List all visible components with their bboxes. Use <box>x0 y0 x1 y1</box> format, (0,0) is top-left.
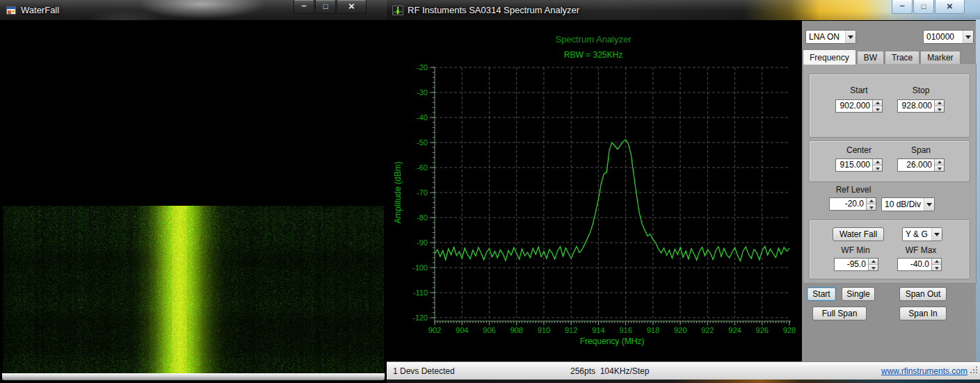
spin-up-button[interactable] <box>873 159 882 165</box>
wf-max-value: -40.0 <box>898 259 931 270</box>
svg-text:-30: -30 <box>417 88 428 97</box>
wf-max-field[interactable]: -40.0 <box>897 258 942 271</box>
scale-select[interactable]: 10 dB/Div <box>881 197 935 211</box>
center-frequency-field[interactable]: 915.000 <box>835 158 883 172</box>
ref-level-spinner <box>866 198 876 210</box>
status-bar-inner: 1 Devs Detected 256pts 104KHz/Step www.r… <box>387 361 980 380</box>
svg-text:912: 912 <box>565 326 577 334</box>
resize-grip[interactable] <box>970 366 978 374</box>
spin-up-button[interactable] <box>935 100 944 106</box>
full-span-button[interactable]: Full Span <box>812 307 867 320</box>
single-sweep-button[interactable]: Single <box>842 287 875 301</box>
tab-marker[interactable]: Marker <box>920 51 960 64</box>
control-panel: LNA ON 010000 Frequency BW Trace Marker … <box>800 21 980 361</box>
waterfall-window-icon <box>6 5 17 16</box>
tab-bw[interactable]: BW <box>857 51 884 64</box>
ref-level-field[interactable]: -20.0 <box>829 197 876 211</box>
close-icon: × <box>348 1 355 11</box>
close-button[interactable]: × <box>935 0 965 14</box>
spin-down-button[interactable] <box>935 106 944 112</box>
stop-label: Stop <box>897 85 945 95</box>
spin-down-button[interactable] <box>873 106 882 112</box>
chart-axes: 9029049069089109129149169189209229249269… <box>412 63 796 334</box>
start-frequency-value: 902.000 <box>836 100 872 112</box>
spin-down-button[interactable] <box>867 204 876 210</box>
wf-min-value: -95.0 <box>835 259 868 270</box>
spin-down-button[interactable] <box>873 165 882 171</box>
spin-up-button[interactable] <box>932 259 941 265</box>
chart-subtitle-rbw: RBW = 325KHz <box>564 50 622 60</box>
frequency-tab-page: Start Stop 902.000 928.000 Center Span <box>803 63 977 284</box>
waterfall-titlebar[interactable]: WaterFall – □ × <box>0 0 387 21</box>
spin-up-button[interactable] <box>867 198 876 204</box>
minimize-button[interactable]: – <box>294 0 314 14</box>
y-axis-label: Amplitude (dBm) <box>393 161 403 223</box>
stop-frequency-value: 928.000 <box>898 100 934 112</box>
spectrum-chart: 9029049069089109129149169189209229249269… <box>387 21 800 361</box>
maximize-button[interactable]: □ <box>913 0 934 14</box>
svg-text:-40: -40 <box>417 113 428 122</box>
minimize-icon: – <box>301 1 306 10</box>
svg-text:910: 910 <box>538 326 550 334</box>
chevron-down-icon[interactable] <box>924 198 934 211</box>
svg-text:922: 922 <box>701 326 714 334</box>
analyzer-window-icon <box>392 5 403 16</box>
spin-up-button[interactable] <box>873 100 882 106</box>
svg-text:904: 904 <box>456 326 468 334</box>
spin-up-button[interactable] <box>935 159 944 165</box>
chart-labels: Spectrum AnalyzerRBW = 325KHzFrequency (… <box>393 34 644 346</box>
chevron-down-icon[interactable] <box>845 31 856 43</box>
chevron-down-icon[interactable] <box>963 31 973 43</box>
ref-level-label: Ref Level <box>817 185 890 195</box>
svg-text:906: 906 <box>483 326 495 334</box>
chart-title: Spectrum Analyzer <box>555 34 632 44</box>
span-field[interactable]: 26.000 <box>897 158 945 172</box>
spin-down-button[interactable] <box>869 265 878 270</box>
x-axis-label: Frequency (MHz) <box>580 336 645 346</box>
desktop: WaterFall – □ × RF Instuments SA0314 Spe… <box>0 0 980 383</box>
svg-text:-50: -50 <box>417 138 428 147</box>
span-in-button[interactable]: Span In <box>899 307 947 320</box>
stop-frequency-field[interactable]: 928.000 <box>897 99 945 113</box>
span-spinner <box>934 159 944 171</box>
maximize-icon: □ <box>323 3 328 10</box>
window-bottom-border <box>2 373 385 380</box>
waterfall-window-controls: – □ × <box>294 0 367 14</box>
lna-select[interactable]: LNA ON <box>805 30 856 44</box>
palette-select[interactable]: Y & G <box>902 227 942 241</box>
svg-text:916: 916 <box>619 326 632 334</box>
start-sweep-button[interactable]: Start <box>807 287 836 301</box>
device-id-selected-value: 010000 <box>924 31 963 43</box>
maximize-icon: □ <box>922 3 926 10</box>
close-button[interactable]: × <box>337 0 367 14</box>
svg-text:-120: -120 <box>412 313 428 322</box>
maximize-button[interactable]: □ <box>315 0 336 14</box>
spin-down-button[interactable] <box>932 265 941 270</box>
wf-min-field[interactable]: -95.0 <box>834 258 878 271</box>
waterfall-canvas <box>3 21 384 373</box>
chevron-down-icon[interactable] <box>931 228 942 241</box>
center-frequency-spinner <box>872 159 882 171</box>
tab-frequency[interactable]: Frequency <box>803 49 856 65</box>
window-bottom-border <box>387 380 980 383</box>
vendor-website-link[interactable]: www.rfinstruments.com <box>881 366 967 376</box>
svg-text:-90: -90 <box>417 238 428 247</box>
waterfall-window-title: WaterFall <box>21 5 59 15</box>
minimize-button[interactable]: – <box>892 0 913 14</box>
svg-text:-80: -80 <box>417 213 428 222</box>
status-devices-detected: 1 Devs Detected <box>393 366 455 376</box>
spectrum-analyzer-window: RF Instuments SA0314 Spectrum Analyzer –… <box>387 0 980 383</box>
device-id-select[interactable]: 010000 <box>923 30 974 44</box>
svg-text:-20: -20 <box>417 63 428 72</box>
spin-down-button[interactable] <box>935 165 944 171</box>
span-out-button[interactable]: Span Out <box>899 287 947 301</box>
spin-up-button[interactable] <box>869 259 878 265</box>
start-frequency-field[interactable]: 902.000 <box>835 99 883 113</box>
analyzer-titlebar[interactable]: RF Instuments SA0314 Spectrum Analyzer –… <box>387 0 980 21</box>
waterfall-button[interactable]: Water Fall <box>833 227 884 241</box>
waterfall-display <box>3 21 384 373</box>
tab-trace[interactable]: Trace <box>885 51 919 64</box>
minimize-icon: – <box>899 1 904 10</box>
svg-text:926: 926 <box>756 326 769 334</box>
status-sweep-info: 256pts 104KHz/Step <box>570 366 649 376</box>
